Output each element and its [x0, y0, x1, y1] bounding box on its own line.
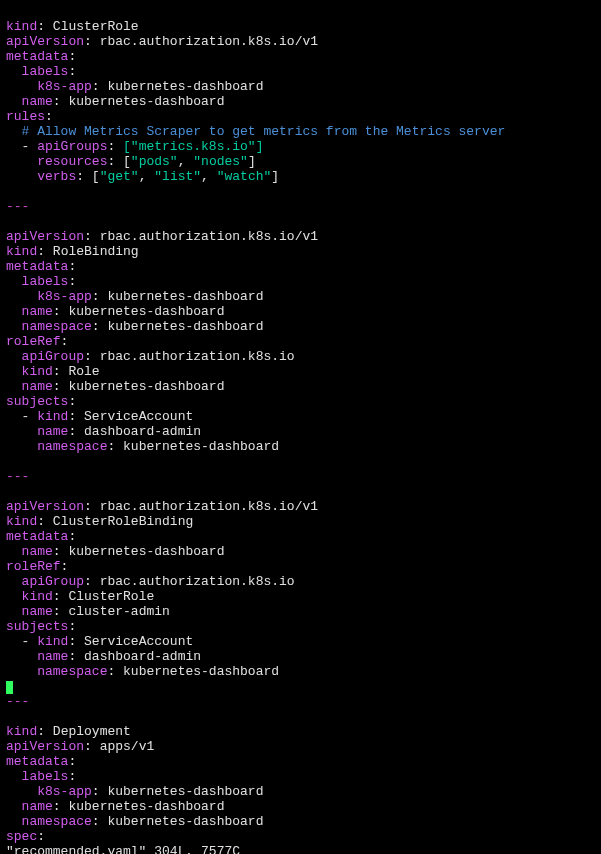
yaml-line: roleRef:: [6, 559, 68, 574]
yaml-line: apiVersion: apps/v1: [6, 739, 154, 754]
yaml-line: k8s-app: kubernetes-dashboard: [6, 79, 263, 94]
yaml-blank: [6, 709, 14, 724]
yaml-line: - kind: ServiceAccount: [6, 409, 193, 424]
yaml-comment: # Allow Metrics Scraper to get metrics f…: [6, 124, 505, 139]
yaml-line: - kind: ServiceAccount: [6, 634, 193, 649]
yaml-blank: [6, 184, 14, 199]
yaml-line: kind: ClusterRole: [6, 589, 154, 604]
cursor-line: [6, 679, 13, 694]
yaml-line: apiVersion: rbac.authorization.k8s.io/v1: [6, 229, 318, 244]
yaml-line: name: kubernetes-dashboard: [6, 799, 224, 814]
yaml-line: labels:: [6, 64, 76, 79]
yaml-line: metadata:: [6, 259, 76, 274]
yaml-line: subjects:: [6, 394, 76, 409]
yaml-line: name: kubernetes-dashboard: [6, 379, 224, 394]
yaml-line: name: kubernetes-dashboard: [6, 94, 224, 109]
yaml-divider: ---: [6, 199, 29, 214]
yaml-line: resources: ["pods", "nodes"]: [6, 154, 256, 169]
yaml-line: metadata:: [6, 754, 76, 769]
yaml-line: name: cluster-admin: [6, 604, 170, 619]
yaml-line: namespace: kubernetes-dashboard: [6, 439, 279, 454]
yaml-blank: [6, 214, 14, 229]
yaml-line: apiVersion: rbac.authorization.k8s.io/v1: [6, 34, 318, 49]
yaml-line: apiGroup: rbac.authorization.k8s.io: [6, 349, 295, 364]
yaml-line: namespace: kubernetes-dashboard: [6, 664, 279, 679]
terminal-editor[interactable]: kind: ClusterRole apiVersion: rbac.autho…: [0, 0, 601, 854]
yaml-line: namespace: kubernetes-dashboard: [6, 814, 263, 829]
yaml-line: roleRef:: [6, 334, 68, 349]
yaml-line: kind: Deployment: [6, 724, 131, 739]
yaml-line: apiVersion: rbac.authorization.k8s.io/v1: [6, 499, 318, 514]
yaml-blank: [6, 484, 14, 499]
yaml-divider: ---: [6, 694, 29, 709]
yaml-line: metadata:: [6, 49, 76, 64]
yaml-line: kind: Role: [6, 364, 100, 379]
yaml-line: name: dashboard-admin: [6, 424, 201, 439]
yaml-line: labels:: [6, 769, 76, 784]
yaml-line: spec:: [6, 829, 45, 844]
cursor-icon: [6, 681, 13, 694]
yaml-line: subjects:: [6, 619, 76, 634]
yaml-line: kind: ClusterRole: [6, 19, 139, 34]
yaml-line: name: kubernetes-dashboard: [6, 544, 224, 559]
vim-status-line: "recommended.yaml" 304L, 7577C: [6, 844, 240, 854]
yaml-line: labels:: [6, 274, 76, 289]
yaml-blank: [6, 454, 14, 469]
yaml-line: name: dashboard-admin: [6, 649, 201, 664]
yaml-line: namespace: kubernetes-dashboard: [6, 319, 263, 334]
yaml-line: verbs: ["get", "list", "watch"]: [6, 169, 279, 184]
yaml-line: metadata:: [6, 529, 76, 544]
yaml-line: apiGroup: rbac.authorization.k8s.io: [6, 574, 295, 589]
yaml-line: k8s-app: kubernetes-dashboard: [6, 289, 263, 304]
yaml-line: kind: ClusterRoleBinding: [6, 514, 193, 529]
yaml-line: name: kubernetes-dashboard: [6, 304, 224, 319]
yaml-line: kind: RoleBinding: [6, 244, 139, 259]
yaml-line: k8s-app: kubernetes-dashboard: [6, 784, 263, 799]
yaml-line: - apiGroups: ["metrics.k8s.io"]: [6, 139, 263, 154]
yaml-line: rules:: [6, 109, 53, 124]
yaml-divider: ---: [6, 469, 29, 484]
